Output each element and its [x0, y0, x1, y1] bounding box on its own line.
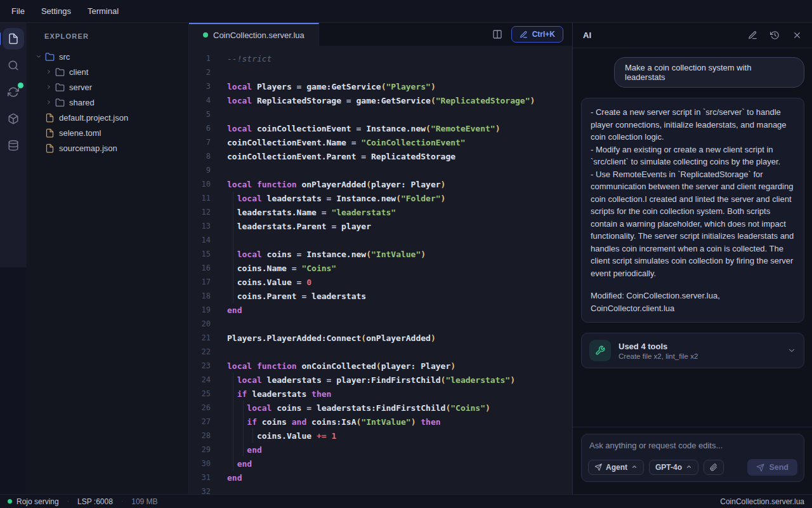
chat-input[interactable] [588, 440, 797, 453]
ai-panel-header: AI [573, 23, 812, 48]
code-line[interactable]: 30 end [189, 457, 572, 471]
code-line-text: local coins = leaderstats:FindFirstChild… [227, 403, 490, 413]
close-icon[interactable] [792, 30, 802, 40]
code-line[interactable]: 11 local leaderstats = Instance.new("Fol… [189, 191, 572, 205]
code-line[interactable]: 15 local coins = Instance.new("IntValue"… [189, 247, 572, 261]
code-line-text: local coins = Instance.new("IntValue") [227, 250, 426, 259]
folder-icon [55, 67, 65, 77]
code-line[interactable]: 24 local leaderstats = player:FindFirstC… [189, 373, 572, 387]
agent-mode-dropdown[interactable]: Agent [588, 460, 644, 475]
ctrl-k-button[interactable]: Ctrl+K [511, 26, 563, 43]
code-line[interactable]: 7coinCollectionEvent.Name = "CoinCollect… [189, 135, 572, 149]
split-editor-icon[interactable] [492, 29, 502, 39]
line-number: 6 [189, 124, 211, 133]
code-line[interactable]: 4local ReplicatedStorage = game:GetServi… [189, 93, 572, 107]
rojo-status[interactable]: Rojo serving [8, 497, 59, 506]
code-line[interactable]: 10local function onPlayerAdded(player: P… [189, 177, 572, 191]
ctrl-k-label: Ctrl+K [532, 30, 555, 39]
code-line[interactable]: 23local function onCoinCollected(player:… [189, 359, 572, 373]
tree-item-selene.toml[interactable]: selene.toml [27, 125, 188, 140]
sidebar-item-database[interactable] [3, 135, 24, 156]
history-icon[interactable] [770, 30, 780, 40]
status-bar: Rojo serving · LSP :6008 · 109 MB CoinCo… [0, 494, 812, 508]
tree-item-client[interactable]: client [27, 64, 188, 79]
code-line[interactable]: 5 [189, 107, 572, 121]
code-line[interactable]: 14 [189, 233, 572, 247]
line-number: 25 [189, 389, 211, 398]
chevron-down-icon [787, 346, 796, 355]
tree-item-sourcemap.json[interactable]: sourcemap.json [27, 140, 188, 156]
code-line[interactable]: 28 coins.Value += 1 [189, 429, 572, 443]
send-label: Send [769, 463, 789, 472]
indent-guide [243, 415, 244, 429]
file-icon [45, 144, 55, 153]
tree-item-default.project.json[interactable]: default.project.json [27, 110, 188, 125]
code-line[interactable]: 27 if coins and coins:IsA("IntValue") th… [189, 415, 572, 429]
line-number: 24 [189, 375, 211, 384]
files-icon [8, 33, 19, 44]
send-button[interactable]: Send [747, 459, 797, 476]
code-line-text: local leaderstats = player:FindFirstChil… [227, 375, 515, 385]
tabbar-actions: Ctrl+K [492, 26, 572, 43]
tree-item-server[interactable]: server [27, 79, 188, 95]
code-line[interactable]: 1--!strict [189, 51, 572, 65]
code-line[interactable]: 32 [189, 485, 572, 494]
code-line[interactable]: 25 if leaderstats then [189, 387, 572, 401]
folder-icon [45, 52, 55, 62]
code-line[interactable]: 19end [189, 303, 572, 317]
code-line[interactable]: 31end [189, 471, 572, 485]
line-number: 1 [189, 54, 211, 63]
ai-input-box: Agent GPT-4o Send [581, 434, 804, 482]
tree-item-label: sourcemap.json [59, 144, 117, 153]
code-line[interactable]: 22 [189, 345, 572, 359]
line-number: 19 [189, 305, 211, 314]
ai-chat-body: Make a coin collection system with leade… [573, 48, 812, 427]
code-line[interactable]: 26 local coins = leaderstats:FindFirstCh… [189, 401, 572, 415]
sidebar-item-search[interactable] [3, 55, 24, 76]
attach-file-button[interactable] [704, 460, 724, 475]
menu-terminal[interactable]: Terminal [88, 6, 119, 16]
line-number: 12 [189, 208, 211, 217]
code-line[interactable]: 8coinCollectionEvent.Parent = Replicated… [189, 149, 572, 163]
file-icon [45, 128, 55, 138]
sync-status-dot [18, 83, 23, 88]
code-line[interactable]: 21Players.PlayerAdded:Connect(onPlayerAd… [189, 331, 572, 345]
file-icon [45, 113, 55, 123]
lsp-status[interactable]: LSP :6008 [77, 497, 113, 506]
chevron-right-icon [44, 84, 53, 90]
menu-settings[interactable]: Settings [41, 6, 71, 16]
tools-card-subtitle: Create file x2, lint_file x2 [619, 352, 698, 360]
model-dropdown[interactable]: GPT-4o [649, 460, 698, 475]
tree-item-src[interactable]: src [27, 49, 188, 64]
memory-usage: 109 MB [131, 497, 157, 506]
used-tools-card[interactable]: Used 4 tools Create file x2, lint_file x… [581, 333, 804, 368]
code-line[interactable]: 20 [189, 317, 572, 331]
app-window: File Settings Terminal EXPLO [0, 0, 812, 508]
code-line[interactable]: 9 [189, 163, 572, 177]
code-line[interactable]: 29 end [189, 443, 572, 457]
sidebar-item-files[interactable] [3, 28, 24, 50]
menu-file[interactable]: File [11, 6, 25, 16]
tab-coincollection-server-lua[interactable]: CoinCollection.server.lua [189, 23, 319, 46]
code-line[interactable]: 2 [189, 65, 572, 79]
code-line-text: end [227, 305, 242, 315]
sidebar-item-package[interactable] [3, 108, 24, 130]
code-line[interactable]: 17 coins.Value = 0 [189, 275, 572, 289]
tree-item-shared[interactable]: shared [27, 95, 188, 110]
indent-guide [243, 401, 244, 415]
tree-item-label: client [69, 67, 88, 77]
code-editor[interactable]: 1--!strict23local Players = game:GetServ… [189, 46, 572, 494]
code-line[interactable]: 18 coins.Parent = leaderstats [189, 289, 572, 303]
code-line[interactable]: 16 coins.Name = "Coins" [189, 261, 572, 275]
send-plane-icon [594, 464, 602, 471]
menu-bar: File Settings Terminal [0, 0, 812, 23]
code-line[interactable]: 3local Players = game:GetService("Player… [189, 79, 572, 93]
sidebar-item-sync[interactable] [3, 81, 24, 103]
code-line[interactable]: 12 leaderstats.Name = "leaderstats" [189, 205, 572, 219]
code-line-text: local Players = game:GetService("Players… [227, 82, 436, 91]
code-line[interactable]: 13 leaderstats.Parent = player [189, 219, 572, 233]
folder-icon [55, 83, 65, 92]
new-chat-pencil-icon[interactable] [748, 30, 757, 40]
code-line[interactable]: 6local coinCollectionEvent = Instance.ne… [189, 121, 572, 135]
indent-guide [233, 373, 233, 387]
